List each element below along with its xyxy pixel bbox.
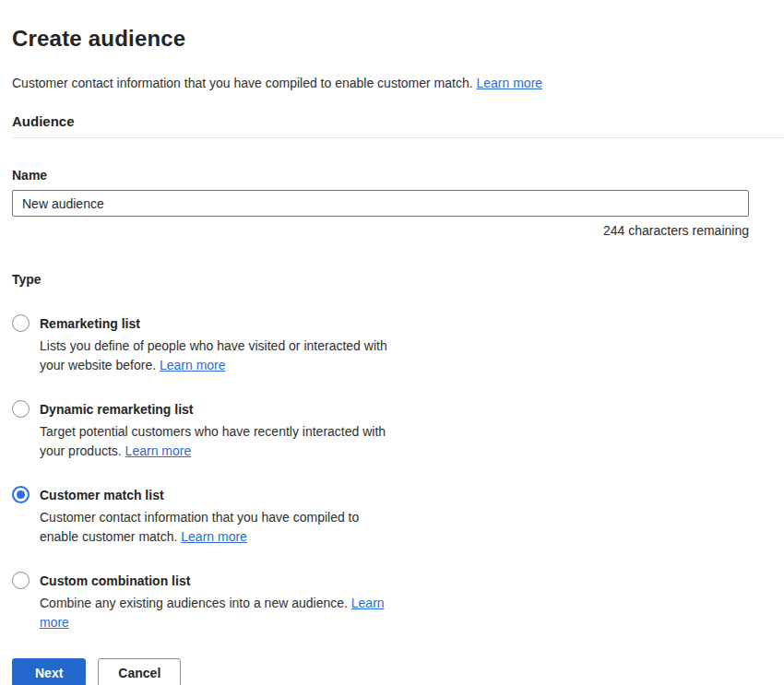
option-text: Dynamic remarketing list Target potentia… bbox=[40, 401, 401, 461]
option-customer-match-list: Customer match list Customer contact inf… bbox=[12, 487, 784, 547]
radio-button[interactable] bbox=[12, 314, 30, 332]
option-description: Combine any existing audiences into a ne… bbox=[40, 594, 401, 632]
option-label: Remarketing list bbox=[40, 315, 401, 332]
option-text: Remarketing list Lists you define of peo… bbox=[40, 315, 401, 375]
option-learn-more-link[interactable]: Learn more bbox=[160, 358, 226, 372]
create-audience-page: Create audience Customer contact informa… bbox=[0, 0, 784, 685]
type-label: Type bbox=[12, 272, 784, 287]
option-learn-more-link[interactable]: Learn more bbox=[181, 529, 247, 544]
option-label: Customer match list bbox=[40, 487, 401, 503]
option-description: Target potential customers who have rece… bbox=[40, 422, 401, 461]
page-title: Create audience bbox=[12, 25, 784, 53]
type-options-group: Remarketing list Lists you define of peo… bbox=[12, 315, 784, 632]
option-description: Lists you define of people who have visi… bbox=[40, 337, 401, 375]
next-button[interactable]: Next bbox=[12, 658, 86, 685]
option-description-text: Target potential customers who have rece… bbox=[40, 424, 386, 458]
option-dynamic-remarketing-list: Dynamic remarketing list Target potentia… bbox=[12, 401, 784, 461]
page-learn-more-link[interactable]: Learn more bbox=[476, 76, 542, 90]
option-label: Custom combination list bbox=[40, 573, 401, 589]
radio-button[interactable] bbox=[12, 400, 30, 418]
option-description-text: Combine any existing audiences into a ne… bbox=[40, 596, 348, 610]
name-label: Name bbox=[12, 168, 784, 183]
page-description: Customer contact information that you ha… bbox=[12, 75, 784, 91]
option-label: Dynamic remarketing list bbox=[40, 401, 401, 418]
option-custom-combination-list: Custom combination list Combine any exis… bbox=[12, 573, 784, 632]
radio-dot bbox=[17, 490, 25, 499]
radio-button[interactable] bbox=[12, 572, 30, 589]
characters-remaining: 244 characters remaining bbox=[12, 223, 749, 238]
cancel-button[interactable]: Cancel bbox=[98, 658, 181, 685]
audience-section-header: Audience bbox=[12, 113, 784, 129]
option-remarketing-list: Remarketing list Lists you define of peo… bbox=[12, 315, 784, 375]
option-description: Customer contact information that you ha… bbox=[40, 508, 401, 547]
audience-name-input[interactable] bbox=[12, 190, 749, 217]
page-description-text: Customer contact information that you ha… bbox=[12, 76, 473, 90]
option-learn-more-link[interactable]: Learn more bbox=[125, 443, 192, 458]
action-buttons: Next Cancel bbox=[12, 658, 784, 685]
section-divider bbox=[12, 137, 784, 138]
radio-button[interactable] bbox=[12, 486, 30, 503]
option-text: Custom combination list Combine any exis… bbox=[40, 573, 401, 632]
option-text: Customer match list Customer contact inf… bbox=[40, 487, 401, 547]
